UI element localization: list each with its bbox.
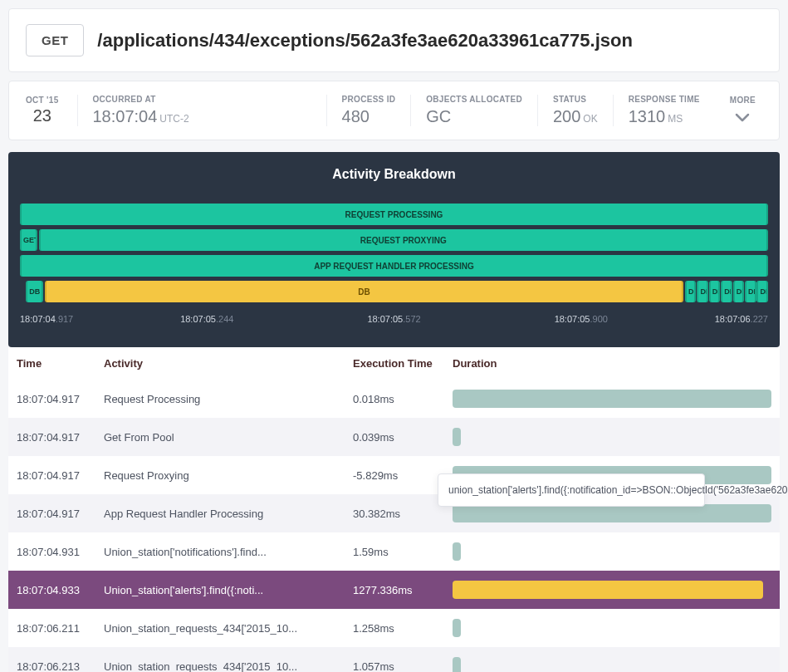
- activity-table: Time Activity Execution Time Duration 18…: [8, 347, 780, 672]
- timeline-bar-db-tail-4[interactable]: DB: [721, 281, 732, 302]
- cell-time: 18:07:04.917: [17, 508, 104, 520]
- timeline-bar-get-from-pool[interactable]: GET: [20, 229, 37, 251]
- cell-time: 18:07:04.917: [17, 469, 104, 482]
- cell-exec: 30.382ms: [353, 508, 453, 520]
- meta-response-value: 1310: [629, 107, 666, 125]
- cell-duration: [453, 542, 771, 561]
- duration-bar: [453, 581, 763, 599]
- axis-tick-3: 18:07:05: [367, 314, 403, 324]
- cell-activity: Get From Pool: [104, 431, 353, 444]
- meta-objects: OBJECTS ALLOCATED GC: [410, 95, 537, 126]
- timeline-lane-4: DB DB DB DB DB DB DB DB DB: [20, 281, 768, 302]
- request-path: /applications/434/exceptions/562a3fe3ae6…: [97, 30, 633, 52]
- meta-objects-label: OBJECTS ALLOCATED: [426, 95, 522, 104]
- date-month: OCT '15: [26, 96, 59, 105]
- table-row[interactable]: 18:07:04.917Get From Pool0.039ms: [8, 418, 780, 456]
- axis-tick-1: 18:07:04: [20, 314, 56, 324]
- more-label: MORE: [730, 96, 756, 105]
- table-row[interactable]: 18:07:06.211Union_station_requests_434['…: [8, 609, 780, 647]
- timeline-bar-db-pre[interactable]: DB: [26, 281, 43, 302]
- table-row[interactable]: 18:07:06.213Union_station_requests_434['…: [8, 647, 780, 672]
- cell-exec: 1.258ms: [353, 622, 453, 635]
- meta-response-unit: MS: [668, 113, 683, 125]
- cell-duration: [453, 657, 771, 672]
- date-day: 23: [26, 106, 59, 125]
- axis-tick-2-ms: .244: [216, 314, 233, 324]
- cell-activity: Request Proxying: [104, 469, 353, 482]
- axis-tick-2: 18:07:05: [180, 314, 216, 324]
- cell-duration: [453, 504, 771, 522]
- axis-tick-3-ms: .572: [403, 314, 420, 324]
- activity-breakdown-title: Activity Breakdown: [20, 167, 768, 182]
- cell-exec: 1.59ms: [353, 546, 453, 558]
- meta-occurred-unit: UTC-2: [159, 113, 188, 125]
- cell-duration: [453, 390, 771, 408]
- duration-bar: [453, 504, 771, 522]
- activity-breakdown-panel: Activity Breakdown REQUEST PROCESSING GE…: [8, 152, 780, 347]
- cell-exec: 0.039ms: [353, 431, 453, 444]
- timeline-lane-2: GET REQUEST PROXYING: [20, 229, 768, 251]
- duration-bar: [453, 657, 461, 672]
- timeline-lane-1: REQUEST PROCESSING: [20, 204, 768, 225]
- request-meta: OCT '15 23 OCCURRED AT 18:07:04UTC-2 PRO…: [8, 81, 780, 140]
- meta-status-label: STATUS: [553, 95, 598, 104]
- meta-status: STATUS 200OK: [537, 95, 613, 126]
- timeline-bar-request-proxying[interactable]: REQUEST PROXYING: [39, 229, 768, 251]
- timeline-bar-db-tail-2[interactable]: DB: [697, 281, 708, 302]
- table-row[interactable]: 18:07:04.931Union_station['notifications…: [8, 532, 780, 571]
- http-method-badge: GET: [26, 24, 84, 56]
- cell-time: 18:07:06.213: [17, 660, 104, 673]
- more-toggle[interactable]: MORE: [715, 96, 771, 125]
- cell-time: 18:07:04.933: [17, 584, 104, 596]
- cell-duration: [453, 619, 771, 637]
- th-time[interactable]: Time: [17, 357, 104, 370]
- cell-time: 18:07:04.917: [17, 393, 104, 405]
- activity-table-body: 18:07:04.917Request Processing0.018ms18:…: [8, 380, 780, 672]
- cell-time: 18:07:04.931: [17, 546, 104, 558]
- cell-activity: Union_station['alerts'].find({:noti...: [104, 584, 353, 596]
- cell-exec: 1277.336ms: [353, 584, 453, 596]
- th-exec[interactable]: Execution Time: [353, 357, 453, 370]
- timeline-bar-db-tail-1[interactable]: DB: [685, 281, 697, 302]
- meta-response-label: RESPONSE TIME: [629, 95, 700, 104]
- cell-activity: Request Processing: [104, 393, 353, 405]
- chevron-down-icon: [735, 113, 750, 123]
- request-header: GET /applications/434/exceptions/562a3fe…: [8, 8, 780, 72]
- th-duration[interactable]: Duration: [453, 357, 771, 370]
- cell-activity: Union_station_requests_434['2015_10...: [104, 622, 353, 635]
- meta-objects-value: GC: [426, 107, 522, 126]
- cell-time: 18:07:04.917: [17, 431, 104, 444]
- meta-process-value: 480: [342, 107, 396, 126]
- meta-occurred: OCCURRED AT 18:07:04UTC-2: [77, 95, 204, 126]
- timeline-bar-db-tail-6[interactable]: DB: [745, 281, 756, 302]
- timeline-bar-db-main[interactable]: DB: [45, 281, 683, 302]
- table-row[interactable]: 18:07:04.933Union_station['alerts'].find…: [8, 571, 780, 609]
- duration-bar: [453, 428, 461, 446]
- axis-tick-4-ms: .900: [590, 314, 607, 324]
- activity-tooltip: union_station['alerts'].find({:notificat…: [438, 473, 705, 507]
- duration-bar: [453, 390, 771, 408]
- timeline-chart[interactable]: REQUEST PROCESSING GET REQUEST PROXYING …: [20, 204, 768, 302]
- cell-exec: 1.057ms: [353, 660, 453, 673]
- timeline-bar-app-handler[interactable]: APP REQUEST HANDLER PROCESSING: [20, 255, 768, 277]
- cell-activity: Union_station['notifications'].find...: [104, 546, 353, 558]
- meta-status-value: 200: [553, 107, 580, 125]
- timeline-bar-request-processing[interactable]: REQUEST PROCESSING: [20, 204, 768, 225]
- timeline-bar-db-tail-7[interactable]: DB: [756, 281, 768, 302]
- timeline-lane-3: APP REQUEST HANDLER PROCESSING: [20, 255, 768, 277]
- timeline-axis: 18:07:04.917 18:07:05.244 18:07:05.572 1…: [20, 314, 768, 329]
- cell-duration: [453, 581, 771, 599]
- timeline-bar-db-tail-5[interactable]: DB: [733, 281, 745, 302]
- th-activity[interactable]: Activity: [104, 357, 353, 370]
- cell-exec: 0.018ms: [353, 393, 453, 405]
- table-row[interactable]: 18:07:04.917Request Processing0.018ms: [8, 380, 780, 418]
- date-box: OCT '15 23: [26, 96, 67, 125]
- timeline-bar-db-tail-3[interactable]: DB: [709, 281, 721, 302]
- meta-occurred-value: 18:07:04: [93, 107, 158, 125]
- meta-response: RESPONSE TIME 1310MS: [613, 95, 715, 126]
- duration-bar: [453, 542, 461, 561]
- activity-table-header: Time Activity Execution Time Duration: [8, 347, 780, 380]
- axis-tick-4: 18:07:05: [555, 314, 590, 324]
- axis-tick-1-ms: .917: [56, 314, 73, 324]
- meta-process: PROCESS ID 480: [326, 95, 411, 126]
